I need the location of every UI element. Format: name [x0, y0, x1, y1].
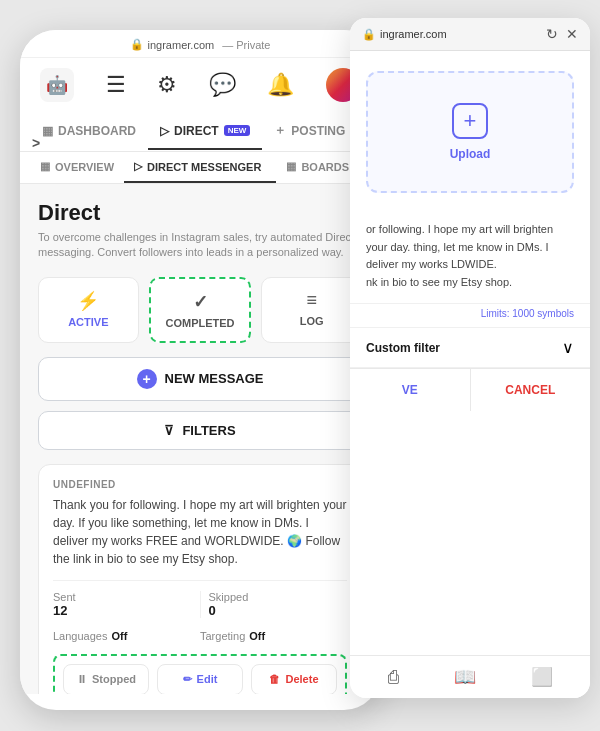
browser-icons: ↻ ✕: [546, 26, 578, 42]
edit-button[interactable]: ✏ Edit: [157, 664, 243, 694]
new-message-button[interactable]: + NEW MESSAGE: [38, 357, 362, 401]
stopped-button[interactable]: ⏸ Stopped: [63, 664, 149, 694]
tab-dashboard[interactable]: ▦ DASHBOARD: [30, 114, 148, 150]
custom-filter-dropdown[interactable]: Custom filter ∨: [350, 327, 590, 368]
upload-label: Upload: [450, 147, 491, 161]
cancel-button[interactable]: CANCEL: [471, 369, 591, 411]
delete-button[interactable]: 🗑 Delete: [251, 664, 337, 694]
check-icon: ✓: [193, 291, 208, 313]
lightning-icon: ⚡: [77, 290, 99, 312]
close-icon[interactable]: ✕: [566, 26, 578, 42]
campaign-languages: Languages Off Targeting Off: [53, 630, 347, 642]
log-icon: ≡: [306, 290, 317, 311]
stat-divider: [200, 591, 201, 618]
sub-tab-overview[interactable]: ▦ OVERVIEW: [30, 152, 124, 183]
languages-item: Languages Off: [53, 630, 200, 642]
settings-icon[interactable]: ⚙: [157, 72, 177, 98]
delete-icon: 🗑: [269, 673, 280, 685]
phone-content: Direct To overcome challenges in Instagr…: [20, 184, 380, 694]
sub-tabs-row: ▦ OVERVIEW ▷ DIRECT MESSENGER ▦ BOARDS: [20, 152, 380, 184]
browser-bottom-actions: VE CANCEL: [350, 368, 590, 411]
tabs-row: ▦ DASHBOARD ▷ DIRECT NEW ＋ POSTING: [20, 112, 380, 152]
campaign-label: UNDEFINED: [53, 479, 347, 490]
browser-content: + Upload or following. I hope my art wil…: [350, 51, 590, 655]
save-button[interactable]: VE: [350, 369, 471, 411]
phone-top-bar: 🔒 ingramer.com — Private: [20, 30, 380, 58]
chat-icon[interactable]: 💬: [209, 72, 236, 98]
sub-tab-boards[interactable]: ▦ BOARDS: [276, 152, 359, 183]
browser-text-area: or following. I hope my art will brighte…: [350, 209, 590, 304]
completed-btn[interactable]: ✓ COMPLETED: [149, 277, 252, 343]
overview-icon: ▦: [40, 160, 50, 173]
tab-posting[interactable]: ＋ POSTING: [262, 112, 357, 151]
filters-button[interactable]: ⊽ FILTERS: [38, 411, 362, 450]
share-icon[interactable]: ⎙: [388, 667, 399, 688]
browser-top-bar: 🔒 ingramer.com ↻ ✕: [350, 18, 590, 51]
tab-direct[interactable]: ▷ DIRECT NEW: [148, 114, 262, 150]
sub-tab-direct-messenger[interactable]: ▷ DIRECT MESSENGER: [124, 152, 276, 183]
messenger-icon: ▷: [134, 160, 142, 173]
posting-icon: ＋: [274, 122, 286, 139]
upload-plus-icon[interactable]: +: [452, 103, 488, 139]
refresh-icon[interactable]: ↻: [546, 26, 558, 42]
browser-lock-icon: 🔒: [362, 28, 376, 41]
new-badge: NEW: [224, 125, 251, 136]
browser-panel: 🔒 ingramer.com ↻ ✕ + Upload or following…: [350, 18, 590, 698]
bookmarks-icon[interactable]: 📖: [454, 666, 476, 688]
campaign-actions: ⏸ Stopped ✏ Edit 🗑 Delete: [53, 654, 347, 694]
lock-icon: 🔒: [130, 38, 144, 51]
campaign-card: UNDEFINED Thank you for following. I hop…: [38, 464, 362, 694]
sent-stat: Sent 12: [53, 591, 192, 618]
page-title: Direct: [38, 200, 362, 226]
edit-icon: ✏: [183, 673, 192, 686]
phone-nav: 🤖 ☰ ⚙ 💬 🔔: [20, 58, 380, 112]
text-content-2: nk in bio to see my Etsy shop.: [366, 274, 574, 292]
upload-area: + Upload: [366, 71, 574, 193]
logo-icon: 🤖: [40, 68, 74, 102]
action-row: ⚡ ACTIVE ✓ COMPLETED ≡ LOG: [38, 277, 362, 343]
targeting-item: Targeting Off: [200, 630, 347, 642]
log-btn[interactable]: ≡ LOG: [261, 277, 362, 343]
chevron-down-icon: ∨: [562, 338, 574, 357]
text-content-1: or following. I hope my art will brighte…: [366, 221, 574, 274]
plus-icon: +: [137, 369, 157, 389]
skipped-stat: Skipped 0: [209, 591, 348, 618]
limits-text: Limits: 1000 symbols: [350, 304, 590, 327]
campaign-desc: Thank you for following. I hope my art w…: [53, 496, 347, 568]
direct-icon: ▷: [160, 124, 169, 138]
campaign-stats: Sent 12 Skipped 0: [53, 580, 347, 618]
arrow-indicator: >: [32, 135, 40, 151]
browser-url: 🔒 ingramer.com: [362, 28, 447, 41]
page-desc: To overcome challenges in Instagram sale…: [38, 230, 362, 261]
boards-icon: ▦: [286, 160, 296, 173]
phone-url: ingramer.com: [148, 39, 215, 51]
filter-icon: ⊽: [164, 423, 174, 438]
bell-icon[interactable]: 🔔: [267, 72, 294, 98]
phone-mockup: 🔒 ingramer.com — Private 🤖 ☰ ⚙ 💬 🔔 ▦ DAS…: [20, 30, 380, 710]
custom-filter-label: Custom filter: [366, 341, 440, 355]
dashboard-icon: ▦: [42, 124, 53, 138]
stopped-icon: ⏸: [76, 673, 87, 685]
browser-bottom-bar: ⎙ 📖 ⬜: [350, 655, 590, 698]
active-btn[interactable]: ⚡ ACTIVE: [38, 277, 139, 343]
private-label: — Private: [222, 39, 270, 51]
tabs-icon[interactable]: ⬜: [531, 666, 553, 688]
menu-icon[interactable]: ☰: [106, 72, 126, 98]
